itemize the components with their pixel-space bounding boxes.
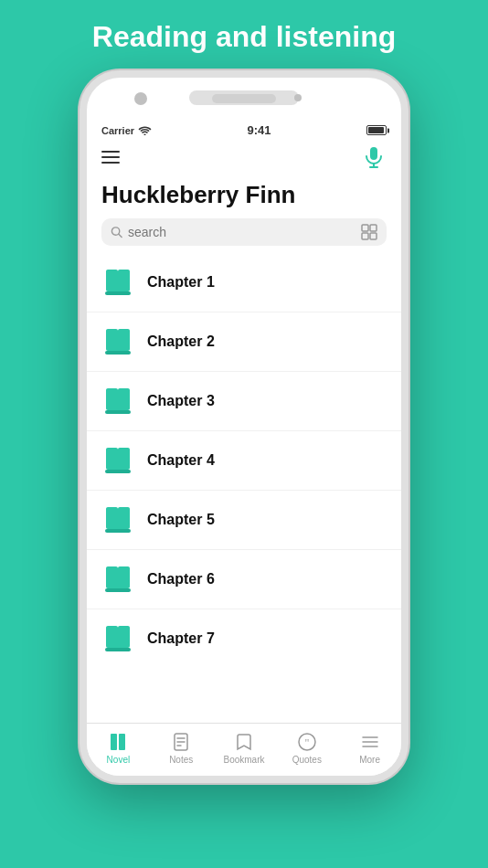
tab-quotes[interactable]: " Quotes bbox=[275, 731, 338, 765]
grid-icon[interactable] bbox=[361, 224, 377, 240]
phone-frame: Carrier 9:41 bbox=[80, 70, 408, 783]
svg-text:": " bbox=[304, 736, 309, 749]
chapter-item-5[interactable]: Chapter 5 bbox=[87, 491, 401, 550]
chapter-name: Chapter 7 bbox=[147, 630, 215, 647]
chapter-item-7[interactable]: Chapter 7 bbox=[87, 609, 401, 668]
book-icon bbox=[101, 622, 134, 655]
phone-camera bbox=[134, 92, 147, 105]
svg-line-5 bbox=[119, 234, 122, 237]
tab-bar: Novel Notes Bookmark " Quotes More bbox=[87, 723, 401, 776]
tab-icon-bookmark bbox=[233, 731, 255, 753]
tab-icon-quotes: " bbox=[296, 731, 318, 753]
tab-label-quotes: Quotes bbox=[292, 755, 322, 765]
tab-label-bookmark: Bookmark bbox=[223, 755, 264, 765]
page-title: Reading and listening bbox=[0, 0, 488, 70]
book-icon bbox=[101, 266, 134, 299]
search-bar[interactable] bbox=[101, 218, 387, 246]
svg-point-0 bbox=[144, 134, 146, 136]
tab-novel[interactable]: Novel bbox=[87, 731, 150, 765]
svg-rect-14 bbox=[105, 529, 131, 533]
wifi-icon bbox=[138, 125, 152, 135]
svg-rect-1 bbox=[370, 147, 377, 160]
book-icon bbox=[101, 503, 134, 536]
svg-rect-8 bbox=[362, 233, 368, 239]
tab-icon-more bbox=[359, 731, 381, 753]
svg-rect-12 bbox=[105, 410, 131, 414]
menu-button[interactable] bbox=[101, 151, 120, 164]
phone-front-dot bbox=[294, 94, 302, 101]
tab-more[interactable]: More bbox=[338, 731, 401, 765]
battery-icon bbox=[366, 125, 387, 135]
chapter-item-6[interactable]: Chapter 6 bbox=[87, 550, 401, 609]
svg-rect-7 bbox=[370, 225, 377, 231]
svg-rect-13 bbox=[105, 470, 131, 473]
tab-icon-notes bbox=[170, 731, 192, 753]
book-icon bbox=[101, 444, 134, 477]
svg-rect-10 bbox=[105, 291, 131, 295]
status-time: 9:41 bbox=[248, 123, 271, 137]
tab-notes[interactable]: Notes bbox=[150, 731, 213, 765]
svg-rect-16 bbox=[105, 648, 131, 651]
search-icon bbox=[111, 226, 122, 238]
svg-rect-11 bbox=[105, 351, 131, 355]
status-left: Carrier bbox=[101, 125, 152, 136]
svg-rect-17 bbox=[111, 734, 117, 750]
svg-rect-6 bbox=[362, 225, 368, 231]
mic-icon[interactable] bbox=[361, 144, 387, 170]
svg-rect-15 bbox=[105, 588, 131, 592]
tab-label-more: More bbox=[359, 755, 380, 765]
chapter-name: Chapter 2 bbox=[147, 333, 215, 350]
nav-bar bbox=[87, 141, 401, 177]
tab-label-novel: Novel bbox=[107, 755, 131, 765]
chapter-name: Chapter 3 bbox=[147, 393, 215, 409]
phone-speaker bbox=[212, 94, 276, 103]
chapter-name: Chapter 4 bbox=[147, 452, 215, 469]
tab-icon-novel bbox=[107, 731, 129, 753]
search-input[interactable] bbox=[128, 225, 361, 239]
chapter-name: Chapter 1 bbox=[147, 274, 215, 291]
book-icon bbox=[101, 563, 134, 596]
book-icon bbox=[101, 385, 134, 418]
book-title: Huckleberry Finn bbox=[87, 177, 401, 218]
book-icon bbox=[101, 325, 134, 358]
chapter-item-4[interactable]: Chapter 4 bbox=[87, 431, 401, 491]
chapter-item-3[interactable]: Chapter 3 bbox=[87, 372, 401, 431]
status-bar: Carrier 9:41 bbox=[87, 78, 401, 141]
status-right bbox=[366, 125, 387, 135]
chapter-list: Chapter 1 Chapter 2 Chapter 3 Chapter 4 bbox=[87, 253, 401, 723]
chapter-name: Chapter 5 bbox=[147, 512, 215, 528]
chapter-name: Chapter 6 bbox=[147, 571, 215, 587]
svg-rect-9 bbox=[370, 233, 377, 239]
tab-bookmark[interactable]: Bookmark bbox=[213, 731, 276, 765]
chapter-item-2[interactable]: Chapter 2 bbox=[87, 312, 401, 372]
chapter-item-1[interactable]: Chapter 1 bbox=[87, 253, 401, 312]
carrier-label: Carrier bbox=[101, 125, 134, 136]
tab-label-notes: Notes bbox=[169, 755, 193, 765]
svg-rect-18 bbox=[119, 734, 125, 750]
